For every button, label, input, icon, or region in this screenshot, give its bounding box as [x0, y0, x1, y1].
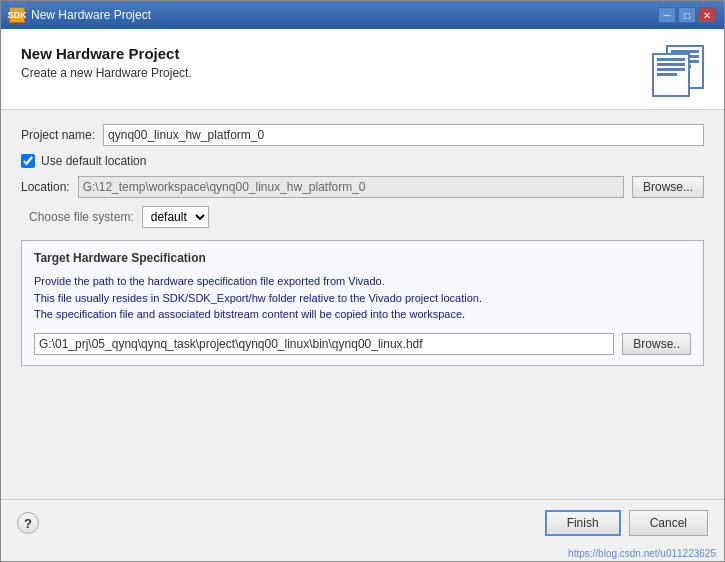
filesystem-label: Choose file system: — [29, 210, 134, 224]
filesystem-row: Choose file system: default — [21, 206, 704, 228]
title-bar-title: New Hardware Project — [31, 8, 151, 22]
location-input[interactable] — [78, 176, 624, 198]
spec-desc-3: The specification file and associated bi… — [34, 306, 691, 323]
use-default-location-checkbox[interactable] — [21, 154, 35, 168]
spec-section: Target Hardware Specification Provide th… — [21, 240, 704, 366]
cancel-button[interactable]: Cancel — [629, 510, 708, 536]
dialog-header: New Hardware Project Create a new Hardwa… — [1, 29, 724, 110]
sdk-icon: SDK — [9, 7, 25, 23]
title-bar: SDK New Hardware Project ─ □ ✕ — [1, 1, 724, 29]
help-button[interactable]: ? — [17, 512, 39, 534]
spec-desc-2: This file usually resides in SDK/SDK_Exp… — [34, 290, 691, 307]
project-name-input[interactable] — [103, 124, 704, 146]
dialog-header-text: New Hardware Project Create a new Hardwa… — [21, 45, 192, 80]
location-label: Location: — [21, 180, 70, 194]
dialog-footer: ? Finish Cancel — [1, 499, 724, 546]
title-bar-left: SDK New Hardware Project — [9, 7, 151, 23]
spec-desc: Provide the path to the hardware specifi… — [34, 273, 691, 323]
maximize-button[interactable]: □ — [678, 7, 696, 23]
watermark: https://blog.csdn.net/u011223625 — [1, 546, 724, 561]
use-default-location-row: Use default location — [21, 154, 704, 168]
project-name-label: Project name: — [21, 128, 95, 142]
finish-button[interactable]: Finish — [545, 510, 621, 536]
dialog-subtitle: Create a new Hardware Project. — [21, 66, 192, 80]
header-wizard-icon — [652, 45, 704, 97]
spec-path-row: Browse.. — [34, 333, 691, 355]
footer-left: ? — [17, 512, 39, 534]
close-button[interactable]: ✕ — [698, 7, 716, 23]
project-name-row: Project name: — [21, 124, 704, 146]
header-icon-front — [652, 53, 690, 97]
new-hardware-project-dialog: SDK New Hardware Project ─ □ ✕ New Hardw… — [0, 0, 725, 562]
minimize-button[interactable]: ─ — [658, 7, 676, 23]
filesystem-select[interactable]: default — [142, 206, 209, 228]
dialog-content: Project name: Use default location Locat… — [1, 110, 724, 499]
spec-title: Target Hardware Specification — [34, 251, 691, 265]
location-browse-button[interactable]: Browse... — [632, 176, 704, 198]
title-bar-controls: ─ □ ✕ — [658, 7, 716, 23]
dialog-title: New Hardware Project — [21, 45, 192, 62]
location-row: Location: Browse... — [21, 176, 704, 198]
dialog-body: New Hardware Project Create a new Hardwa… — [1, 29, 724, 561]
use-default-location-label: Use default location — [41, 154, 146, 168]
footer-right: Finish Cancel — [545, 510, 708, 536]
hdf-path-input[interactable] — [34, 333, 614, 355]
spec-browse-button[interactable]: Browse.. — [622, 333, 691, 355]
spec-desc-1: Provide the path to the hardware specifi… — [34, 273, 691, 290]
